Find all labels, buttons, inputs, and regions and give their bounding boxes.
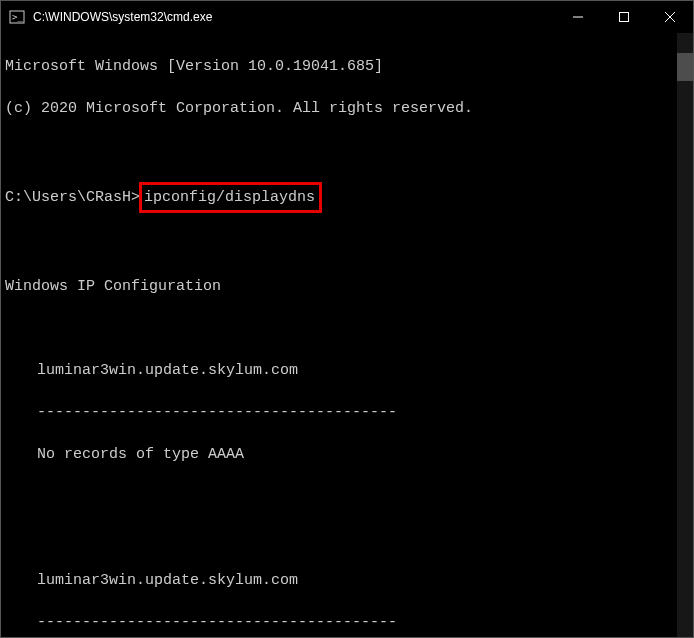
copyright-line: (c) 2020 Microsoft Corporation. All righ… [5,98,689,119]
blank [5,234,689,255]
scrollbar-thumb[interactable] [677,53,693,81]
command-text: ipconfig/displaydns [144,189,315,206]
version-line: Microsoft Windows [Version 10.0.19041.68… [5,56,689,77]
scrollbar-track[interactable] [677,33,693,637]
prompt-line: C:\Users\CRasH>ipconfig/displaydns [5,182,689,213]
terminal-output[interactable]: Microsoft Windows [Version 10.0.19041.68… [1,33,693,637]
blank [5,528,689,549]
blank [5,140,689,161]
command-highlight: ipconfig/displaydns [139,182,322,213]
titlebar[interactable]: >_ C:\WINDOWS\system32\cmd.exe [1,1,693,33]
cmd-window: >_ C:\WINDOWS\system32\cmd.exe Microsoft… [0,0,694,638]
blank [5,486,689,507]
no-records-line: No records of type AAAA [5,444,689,465]
cmd-icon: >_ [9,9,25,25]
dns-host: luminar3win.update.skylum.com [5,360,689,381]
prompt: C:\Users\CRasH> [5,189,140,206]
divider: ---------------------------------------- [5,612,689,633]
ip-config-header: Windows IP Configuration [5,276,689,297]
svg-text:>_: >_ [12,12,23,22]
divider: ---------------------------------------- [5,402,689,423]
maximize-button[interactable] [601,1,647,33]
dns-host: luminar3win.update.skylum.com [5,570,689,591]
svg-rect-3 [620,13,629,22]
minimize-button[interactable] [555,1,601,33]
close-button[interactable] [647,1,693,33]
window-title: C:\WINDOWS\system32\cmd.exe [33,10,212,24]
blank [5,318,689,339]
